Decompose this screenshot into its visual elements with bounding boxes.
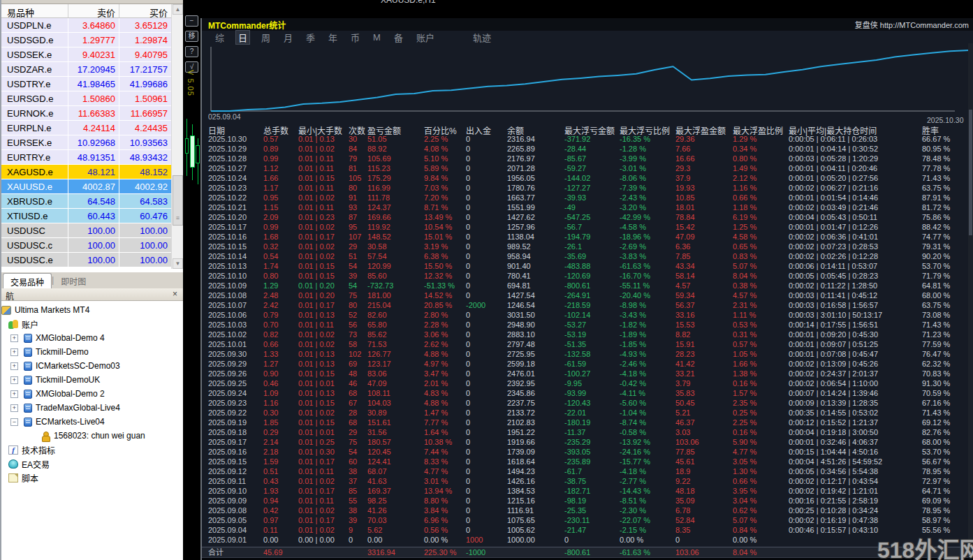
table-row[interactable]: 2025.09.040.110.01 | 0.0295.620.56 %0100… — [202, 525, 973, 535]
table-row[interactable]: 2025.10.150.320.01 | 0.022930.583.19 %09… — [202, 242, 973, 251]
table-row[interactable]: 2025.09.050.970.01 | 0.173970.036.96 %01… — [202, 515, 973, 525]
minimize-button[interactable]: − — [185, 15, 198, 27]
bottom-tab-tick-chart[interactable]: 即时图 — [54, 273, 93, 288]
tree-item[interactable]: +Tickmill-DemoUK — [1, 373, 183, 387]
table-row[interactable]: 2025.10.170.990.01 | 0.0295119.9210.54 %… — [202, 222, 973, 232]
expander-icon[interactable]: + — [10, 348, 18, 356]
stats-tab-日[interactable]: 日 — [235, 30, 250, 45]
bottom-tab-symbols[interactable]: 交易品种 — [3, 273, 52, 289]
market-watch-row[interactable]: USDUSC100.00100.00 — [1, 223, 173, 238]
help-button[interactable]: ? — [185, 46, 198, 57]
table-row[interactable]: 2025.09.162.180.01 | 0.3054120.457.44 %0… — [202, 447, 973, 457]
table-row[interactable]: 2025.09.241.090.01 | 0.1368108.114.83 %0… — [202, 388, 973, 398]
expander-icon[interactable]: + — [10, 404, 18, 412]
expander-icon[interactable]: + — [10, 362, 18, 370]
table-row[interactable]: 2025.09.172.140.01 | 0.2575180.5710.38 %… — [202, 437, 973, 447]
market-watch-row[interactable]: XBRUSD.e64.54864.583 — [1, 194, 173, 209]
tree-item[interactable]: +XMGlobal-Demo 4 — [1, 331, 183, 345]
table-row[interactable]: 2025.09.301.330.01 | 0.13102126.774.88 %… — [202, 349, 973, 359]
panel-scroll-thumb[interactable] — [969, 110, 972, 235]
table-row[interactable]: 2025.10.290.890.01 | 0.028488.924.08 %02… — [202, 144, 973, 154]
table-row[interactable]: 2025.09.191.850.01 | 0.1568151.617.77 %0… — [202, 418, 973, 427]
tree-item[interactable]: +TradeMaxGlobal-Live4 — [1, 401, 183, 415]
tree-item[interactable]: 账户 — [1, 317, 183, 331]
stats-tab-季[interactable]: 季 — [304, 31, 317, 44]
market-watch-row[interactable]: EURSGD.e1.508601.50961 — [1, 91, 173, 106]
table-row[interactable]: 2025.10.010.660.01 | 0.025871.532.62 %02… — [202, 339, 973, 349]
tree-item[interactable]: EA交易 — [1, 457, 183, 471]
table-row[interactable]: 2025.10.030.700.01 | 0.115665.802.28 %02… — [202, 320, 973, 330]
table-row[interactable]: 2025.10.241.660.01 | 0.15105175.299.84 %… — [202, 173, 973, 183]
market-watch-row[interactable]: USDZAR.e17.2094517.21757 — [1, 62, 173, 77]
market-watch-row[interactable]: XTIUSD.e60.44360.476 — [1, 209, 173, 223]
tree-item[interactable]: 1568023: chun wei guan — [1, 429, 183, 443]
tree-item[interactable]: 脚本 — [1, 471, 183, 485]
market-watch-row[interactable]: EURSEK.e10.9296810.93563 — [1, 135, 173, 150]
expander-icon[interactable]: + — [10, 334, 18, 342]
panel-scrollbar[interactable] — [968, 43, 973, 560]
market-watch-row[interactable]: USDUSC.e100.00100.00 — [1, 253, 173, 267]
table-row[interactable]: 2025.10.140.540.01 | 0.025157.546.38 %09… — [202, 251, 973, 261]
table-row[interactable]: 2025.09.180.290.01 | 0.012931.561.64 %01… — [202, 427, 973, 437]
expander-icon[interactable]: + — [10, 376, 18, 384]
brand-link[interactable]: 复盘侠 http://MTCommander.com — [855, 19, 969, 30]
table-row[interactable]: 2025.10.271.120.01 | 0.1181115.235.89 %0… — [202, 163, 973, 173]
table-row[interactable]: 2025.09.080.420.01 | 0.023841.263.84 %01… — [202, 506, 973, 515]
table-row[interactable]: 2025.10.060.790.01 | 0.135282.602.80 %03… — [202, 310, 973, 320]
table-row[interactable]: 2025.09.151.590.01 | 0.1760124.418.33 %0… — [202, 457, 973, 466]
tree-item[interactable]: +ICMarketsSC-Demo03 — [1, 359, 183, 373]
stats-tab-轨迹[interactable]: 轨迹 — [471, 31, 493, 44]
table-row[interactable]: 2025.09.110.430.01 | 0.023741.633.01 %01… — [202, 476, 973, 486]
table-row[interactable]: 2025.09.090.940.01 | 0.115598.258.80 %01… — [202, 496, 973, 506]
market-watch-row[interactable]: USDTRY.e41.9846541.99686 — [1, 77, 173, 91]
expander-icon[interactable]: + — [10, 390, 18, 398]
market-watch-row[interactable]: EURPLN.e4.241144.24435 — [1, 121, 173, 135]
close-icon[interactable]: × — [173, 290, 179, 299]
table-row[interactable]: 2025.10.091.290.01 | 0.2054-732.73-51.33… — [202, 281, 973, 290]
table-row[interactable]: 2025.09.250.460.01 | 0.014647.092.01 %02… — [202, 378, 973, 388]
table-row[interactable]: 2025.10.300.570.01 | 0.133051.052.25 %02… — [202, 134, 973, 144]
market-watch-row[interactable]: USDSGD.e1.297771.29874 — [1, 33, 173, 47]
stats-tab-M[interactable]: M — [371, 32, 383, 43]
tree-item[interactable]: 技术指标 — [1, 443, 183, 457]
table-row[interactable]: 2025.09.291.270.01 | 0.1369123.174.97 %0… — [202, 359, 973, 369]
stats-tab-备[interactable]: 备 — [392, 31, 405, 44]
table-row[interactable]: 2025.09.120.510.01 | 0.113868.074.77 %01… — [202, 466, 973, 476]
table-row[interactable]: 2025.10.082.480.01 | 0.2075181.0014.52 %… — [202, 290, 973, 300]
market-watch-row[interactable]: XAGUSD.e48.12148.152 — [1, 165, 173, 179]
move-button[interactable]: 移 — [185, 31, 198, 42]
table-row[interactable]: 2025.10.131.740.01 | 0.1554120.9915.50 %… — [202, 261, 973, 271]
scroll-up-icon[interactable]: ▲ — [173, 4, 183, 15]
tree-item[interactable]: −ECMarkets-Live04 — [1, 415, 183, 429]
market-watch-row[interactable]: USDUSC.c100.00100.00 — [1, 238, 173, 253]
tree-item[interactable]: Ultima Markets MT4 — [1, 303, 183, 317]
market-watch-row[interactable]: USDPLN.e3.648603.65129 — [1, 18, 173, 33]
tree-item[interactable]: +XMGlobal-Demo 2 — [1, 387, 183, 401]
table-row[interactable]: 2025.10.161.680.01 | 0.17107148.5215.01 … — [202, 232, 973, 242]
table-row[interactable]: 2025.09.231.160.01 | 0.1567104.034.88 %0… — [202, 398, 973, 408]
market-watch-row[interactable]: XAUUSD.e4002.874002.92 — [1, 179, 173, 194]
table-row[interactable]: 2025.09.010.000.00 | 0.0000.000.00 %1000… — [202, 535, 973, 545]
table-row[interactable]: 2025.10.280.990.01 | 0.1179105.695.10 %0… — [202, 154, 973, 163]
table-row[interactable]: 2025.10.220.950.01 | 0.0291111.787.20 %0… — [202, 193, 973, 202]
market-watch-row[interactable]: USDSEK.e9.402319.40795 — [1, 47, 173, 62]
scroll-down-icon[interactable]: ▼ — [173, 258, 183, 269]
stats-tab-年[interactable]: 年 — [326, 31, 339, 44]
expander-icon[interactable]: − — [10, 418, 18, 426]
market-watch-scrollbar[interactable]: ▲ ≡ ▼ — [171, 4, 183, 269]
tree-item[interactable]: +Tickmill-Demo — [1, 345, 183, 359]
scroll-thumb[interactable]: ≡ — [173, 175, 183, 226]
stats-tab-周[interactable]: 周 — [259, 31, 272, 44]
table-row[interactable]: 2025.10.202.090.01 | 0.2387169.6613.49 %… — [202, 212, 973, 222]
table-row[interactable]: 2025.09.101.930.01 | 0.1785169.3713.94 %… — [202, 486, 973, 496]
table-row[interactable]: 2025.10.072.420.01 | 0.1780215.0420.85 %… — [202, 300, 973, 310]
table-row[interactable]: 2025.09.220.300.01 | 0.022830.891.47 %02… — [202, 408, 973, 418]
table-row[interactable]: 2025.10.211.150.01 | 0.1193124.378.71 %0… — [202, 202, 973, 212]
table-row[interactable]: 2025.10.020.820.01 | 0.027385.623.06 %02… — [202, 330, 973, 339]
table-row[interactable]: 2025.10.100.800.01 | 0.153985.6012.32 %0… — [202, 271, 973, 281]
table-row[interactable]: 2025.09.260.900.01 | 0.154883.063.47 %02… — [202, 369, 973, 378]
market-watch-row[interactable]: EURNOK.e11.6638311.66957 — [1, 106, 173, 121]
stats-tab-账户[interactable]: 账户 — [414, 31, 437, 44]
table-row[interactable]: 2025.10.231.170.01 | 0.1180116.997.03 %0… — [202, 183, 973, 193]
stats-tab-综[interactable]: 综 — [213, 31, 226, 44]
